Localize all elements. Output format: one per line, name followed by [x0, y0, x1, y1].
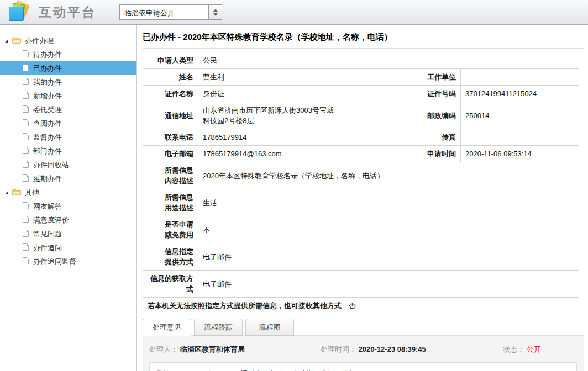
sidebar-item-1-2[interactable]: 常见问题: [0, 227, 136, 241]
sidebar-item-0-1[interactable]: 已办办件: [0, 61, 136, 75]
field-value: 2020年本区特殊教育学校名录（学校地址，名称，电话）: [198, 162, 579, 189]
page-icon: [22, 229, 29, 239]
page-icon: [22, 146, 29, 156]
page-icon: [22, 105, 29, 115]
table-row: 信息指定 提供方式电子邮件: [143, 243, 579, 271]
sidebar-item-0-9[interactable]: 延期办件: [0, 172, 136, 186]
table-row: 申请人类型公民: [143, 52, 579, 69]
folder-icon: [12, 36, 21, 45]
sidebar-item-0-6[interactable]: 监督办件: [0, 130, 136, 144]
channel-select[interactable]: 临淄依申请公开: [119, 4, 222, 20]
page-icon: [22, 257, 29, 267]
field-label: 信息指定 提供方式: [143, 243, 198, 271]
sidebar-item-0-8[interactable]: 办件回收站: [0, 158, 136, 172]
sidebar-item-1-0[interactable]: 网友解答: [0, 199, 136, 213]
reply-box: 我单位已于2020年12月1日通过电子邮件形式对此件进行了答复。: [149, 362, 577, 371]
page-icon: [22, 202, 29, 211]
sidebar-item-label: 监督办件: [33, 132, 62, 142]
sidebar-item-0-2[interactable]: 我的办件: [0, 75, 136, 89]
logo-paper-blue: [9, 7, 24, 21]
sidebar-item-label: 延期办件: [33, 174, 62, 184]
sidebar-item-label: 新增办件: [33, 91, 62, 101]
field-label: 申请人类型: [143, 52, 198, 69]
field-label: 申请时间: [344, 146, 461, 162]
sidebar-item-0-3[interactable]: 新增办件: [0, 89, 136, 103]
sidebar-item-label: 满意度评价: [33, 215, 69, 225]
sidebar-item-0-5[interactable]: 查阅办件: [0, 116, 136, 130]
tree-group-1[interactable]: 其他: [0, 186, 136, 199]
page-icon: [22, 77, 29, 87]
arrow-down-icon: [213, 13, 218, 16]
tree-group-label: 办件办理: [25, 36, 54, 46]
handler-value: 临淄区教育和体育局: [180, 345, 245, 353]
field-label: 工作单位: [344, 69, 461, 86]
table-row: 若本机关无法按照指定方式提供所需信息，也可接收其他方式否: [143, 298, 579, 314]
sidebar-item-1-3[interactable]: 办件追问: [0, 241, 136, 255]
field-label: 邮政编码: [344, 102, 461, 129]
field-value: 电子邮件: [198, 271, 579, 298]
field-value: 曹生利: [198, 69, 344, 86]
select-spinner-icon[interactable]: [208, 5, 222, 19]
field-value: 山东省济南市历下区新泺大街3003号宝威科技园2号楼8层: [198, 102, 344, 129]
app-logo-icon: [8, 2, 32, 22]
status-label: 状态：: [503, 345, 524, 353]
page-icon: [22, 174, 29, 184]
sidebar-item-0-7[interactable]: 部门办件: [0, 144, 136, 158]
process-time-value: 2020-12-23 08:39:45: [359, 345, 426, 353]
sidebar-item-label: 办件回收站: [33, 160, 69, 170]
table-row: 电子邮箱17865179914@163.com申请时间2020-11-06 09…: [143, 146, 579, 162]
app-header: 互动平台 临淄依申请公开: [0, 0, 588, 25]
handler-label: 处理人：: [149, 345, 178, 353]
main-content: 已办办件 - 2020年本区特殊教育学校名录（学校地址，名称，电话） 申请人类型…: [137, 25, 588, 371]
field-value: 电子邮件: [198, 243, 579, 271]
arrow-up-icon: [213, 9, 218, 12]
tree-expand-icon[interactable]: [5, 39, 8, 43]
channel-select-value: 临淄依申请公开: [120, 5, 208, 19]
field-value: 否: [344, 298, 579, 314]
sidebar-item-label: 办件追问监督: [33, 257, 76, 267]
sidebar-item-label: 部门办件: [33, 146, 62, 156]
process-time-label: 处理时间：: [321, 345, 356, 353]
page-icon: [22, 243, 29, 253]
tab-2[interactable]: 流程图: [245, 319, 294, 336]
page-icon: [22, 91, 29, 101]
field-value: 身份证: [198, 86, 344, 102]
page-icon: [22, 132, 29, 142]
sidebar-item-label: 查阅办件: [33, 119, 62, 129]
tree-expand-icon[interactable]: [5, 191, 8, 194]
tab-bar: 处理意见流程跟踪流程图: [143, 319, 584, 336]
page-icon: [22, 119, 29, 129]
field-label: 姓名: [143, 69, 198, 86]
page-icon: [22, 215, 29, 225]
table-row: 通信地址山东省济南市历下区新泺大街3003号宝威科技园2号楼8层邮政编码2500…: [143, 102, 579, 129]
table-row: 姓名曹生利工作单位: [143, 69, 579, 86]
field-label: 是否申请 减免费用: [143, 216, 198, 243]
field-value: 不: [198, 216, 579, 243]
sidebar-item-1-1[interactable]: 满意度评价: [0, 213, 136, 227]
sidebar-item-0-0[interactable]: 待办办件: [0, 47, 136, 61]
folder-icon: [12, 188, 21, 197]
tab-1[interactable]: 流程跟踪: [194, 319, 243, 336]
field-value: 250014: [461, 102, 579, 129]
field-label: 若本机关无法按照指定方式提供所需信息，也可接收其他方式: [143, 298, 344, 314]
field-label: 通信地址: [143, 102, 198, 129]
app-title: 互动平台: [39, 4, 96, 21]
table-row: 是否申请 减免费用不: [143, 216, 579, 243]
detail-table: 申请人类型公民姓名曹生利工作单位 证件名称身份证证件号码370124199411…: [143, 52, 579, 314]
sidebar-item-label: 常见问题: [33, 229, 62, 239]
opinion-meta: 处理人： 临淄区教育和体育局 处理时间： 2020-12-23 08:39:45…: [149, 344, 577, 354]
field-value: [461, 129, 579, 146]
table-row: 证件名称身份证证件号码370124199411215024: [143, 86, 579, 102]
field-value: [461, 69, 579, 86]
tree-group-0[interactable]: 办件办理: [0, 34, 136, 47]
field-label: 证件号码: [344, 86, 461, 102]
sidebar-tree: 办件办理待办办件已办办件我的办件新增办件委托受理查阅办件监督办件部门办件办件回收…: [0, 25, 137, 371]
field-value: 370124199411215024: [461, 86, 579, 102]
field-label: 信息的获取方式: [143, 271, 198, 298]
field-value: 17865179914@163.com: [198, 146, 344, 162]
field-value: 生活: [198, 189, 579, 216]
sidebar-item-label: 已办办件: [33, 63, 62, 73]
sidebar-item-1-4[interactable]: 办件追问监督: [0, 255, 136, 268]
sidebar-item-0-4[interactable]: 委托受理: [0, 103, 136, 116]
tab-0[interactable]: 处理意见: [143, 319, 191, 336]
